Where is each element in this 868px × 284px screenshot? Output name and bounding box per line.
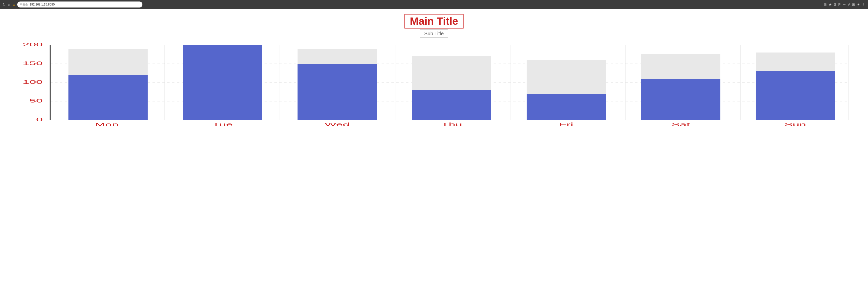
extension6-icon[interactable]: ✦ — [857, 2, 860, 6]
page-content: Main Title Sub Title 0 50 100 150 200 — [0, 9, 868, 142]
browser-nav-icons: ↻ ⌂ ▲ — [2, 2, 15, 6]
x-label-thu: Thu — [441, 122, 462, 128]
translate-icon[interactable]: ⊞ — [824, 2, 827, 6]
bar-wed — [298, 64, 377, 120]
x-label-sun: Sun — [784, 122, 806, 128]
bookmark-icon[interactable]: ★ — [829, 2, 832, 6]
svg-text:150: 150 — [23, 61, 43, 66]
bar-tue — [183, 45, 262, 120]
bar-mon — [68, 75, 148, 120]
extension4-icon[interactable]: V — [848, 2, 850, 6]
bar-fri — [527, 94, 606, 120]
x-label-sat: Sat — [672, 122, 690, 128]
extension2-icon[interactable]: P — [838, 2, 840, 6]
extension1-icon[interactable]: S — [834, 2, 836, 6]
sub-title: Sub Title — [420, 30, 448, 37]
security-warning-icon: ▲ — [12, 3, 15, 6]
browser-menu-icon[interactable]: ⋮ — [862, 2, 866, 6]
address-bar[interactable]: 不安全 192.168.1.15:8080 — [17, 1, 143, 7]
url-text: 192.168.1.15:8080 — [30, 3, 55, 6]
svg-text:50: 50 — [29, 98, 43, 104]
bar-chart: 0 50 100 150 200 Mon Tue — [7, 40, 861, 135]
svg-text:0: 0 — [36, 117, 43, 122]
svg-text:100: 100 — [23, 79, 43, 85]
browser-chrome: ↻ ⌂ ▲ 不安全 192.168.1.15:8080 ⊞ ★ S P ✏ V … — [0, 0, 868, 9]
home-icon[interactable]: ⌂ — [8, 2, 10, 6]
x-label-tue: Tue — [212, 122, 233, 128]
x-label-fri: Fri — [559, 122, 574, 128]
reload-icon[interactable]: ↻ — [2, 2, 5, 6]
insecure-label: 不安全 — [20, 3, 28, 6]
bar-sat — [641, 79, 720, 120]
main-title: Main Title — [404, 14, 464, 29]
extension3-icon[interactable]: ✏ — [843, 2, 846, 6]
svg-text:200: 200 — [23, 42, 43, 47]
titles-area: Main Title Sub Title — [7, 14, 861, 37]
browser-right-icons: ⊞ ★ S P ✏ V ⊞ ✦ ⋮ — [824, 2, 866, 6]
chart-container: 0 50 100 150 200 Mon Tue — [7, 40, 861, 135]
extension5-icon[interactable]: ⊞ — [852, 2, 855, 6]
bar-thu — [412, 90, 491, 120]
bar-sun — [755, 71, 835, 120]
x-label-wed: Wed — [324, 122, 349, 128]
x-label-mon: Mon — [95, 122, 119, 128]
